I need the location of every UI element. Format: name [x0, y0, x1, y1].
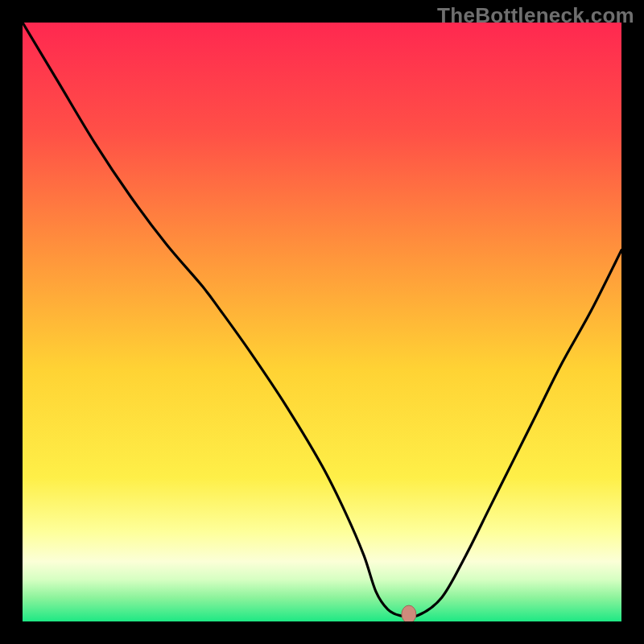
optimal-point-marker: [402, 605, 416, 621]
bottleneck-chart: [23, 23, 621, 621]
gradient-background: [23, 23, 621, 621]
chart-svg: [23, 23, 621, 621]
watermark-text: TheBottleneck.com: [437, 3, 634, 28]
